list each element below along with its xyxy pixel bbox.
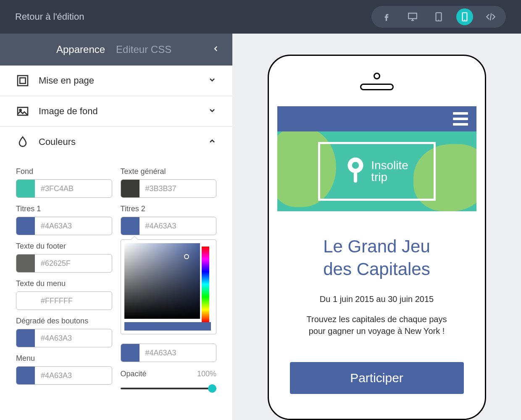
label-opacity: Opacité bbox=[121, 370, 147, 378]
hex-texte-menu: #FFFFFF bbox=[35, 292, 112, 310]
section-background[interactable]: Image de fond bbox=[0, 96, 232, 127]
color-input-titres2[interactable]: #4A63A3 bbox=[121, 217, 217, 235]
facebook-icon[interactable] bbox=[378, 8, 395, 25]
swatch-texte-footer bbox=[16, 255, 35, 272]
chevron-up-icon bbox=[208, 137, 216, 147]
section-layout-label: Mise en page bbox=[39, 75, 94, 86]
swatch-fond bbox=[16, 180, 35, 197]
saturation-value-area[interactable] bbox=[124, 243, 200, 319]
svg-point-3 bbox=[464, 20, 465, 21]
hex-titres1: #4A63A3 bbox=[35, 217, 112, 235]
chevron-down-icon bbox=[208, 106, 216, 116]
label-texte-general: Texte général bbox=[121, 167, 217, 176]
svg-rect-4 bbox=[18, 76, 28, 86]
preview-title-line1: Le Grand Jeu bbox=[290, 236, 464, 257]
chevron-down-icon bbox=[208, 76, 216, 86]
picker-cursor[interactable] bbox=[184, 254, 189, 259]
swatch-degrade-2 bbox=[121, 344, 139, 362]
color-picker[interactable] bbox=[121, 239, 217, 334]
collapse-sidebar-icon[interactable] bbox=[212, 45, 220, 54]
hex-titres2: #4A63A3 bbox=[139, 217, 216, 235]
section-colors-label: Couleurs bbox=[39, 136, 76, 147]
color-preview bbox=[124, 322, 211, 331]
svg-rect-10 bbox=[354, 172, 357, 183]
cta-button[interactable]: Participer bbox=[290, 362, 464, 394]
phone-camera bbox=[374, 73, 380, 79]
color-input-degrade-1[interactable]: #4A63A3 bbox=[16, 329, 112, 347]
hex-texte-footer: #62625F bbox=[35, 255, 112, 272]
color-input-texte-footer[interactable]: #62625F bbox=[16, 254, 112, 273]
hex-menu: #4A63A3 bbox=[35, 367, 112, 384]
label-texte-footer: Texte du footer bbox=[16, 242, 112, 251]
color-input-menu[interactable]: #4A63A3 bbox=[16, 366, 112, 385]
hex-fond: #3FC4AB bbox=[35, 180, 112, 197]
app-header bbox=[277, 106, 476, 131]
label-titres2: Titres 2 bbox=[121, 205, 217, 213]
hue-slider[interactable] bbox=[202, 247, 209, 322]
color-input-degrade-2[interactable]: #4A63A3 bbox=[121, 344, 217, 362]
preview-dates: Du 1 juin 2015 au 30 juin 2015 bbox=[290, 294, 464, 304]
preview-title-line2: des Capitales bbox=[290, 259, 464, 279]
desktop-icon[interactable] bbox=[404, 8, 421, 25]
hex-degrade-1: #4A63A3 bbox=[35, 329, 112, 347]
section-background-label: Image de fond bbox=[39, 106, 98, 117]
mobile-icon[interactable] bbox=[456, 8, 473, 25]
section-layout[interactable]: Mise en page bbox=[0, 66, 232, 96]
swatch-titres2 bbox=[121, 217, 139, 235]
svg-point-1 bbox=[438, 20, 439, 21]
swatch-degrade-1 bbox=[16, 329, 35, 347]
image-icon bbox=[16, 105, 29, 118]
logo-frame: Insolite trip bbox=[318, 142, 436, 201]
section-colors[interactable]: Couleurs bbox=[0, 127, 232, 157]
opacity-slider[interactable] bbox=[121, 384, 217, 393]
svg-rect-5 bbox=[20, 78, 25, 83]
phone-speaker bbox=[360, 84, 394, 90]
layout-icon bbox=[16, 74, 29, 87]
preview-desc-line2: pour gagner un voyage à New York ! bbox=[290, 325, 464, 337]
tablet-icon[interactable] bbox=[430, 8, 447, 25]
hex-texte-general: #3B3B37 bbox=[139, 180, 216, 197]
swatch-menu bbox=[16, 367, 35, 384]
swatch-titres1 bbox=[16, 217, 35, 235]
hex-degrade-2: #4A63A3 bbox=[139, 344, 216, 362]
device-toggle bbox=[371, 6, 506, 28]
label-texte-menu: Texte du menu bbox=[16, 279, 112, 288]
logo-line2: trip bbox=[371, 171, 408, 183]
code-icon[interactable] bbox=[482, 8, 499, 25]
pin-icon bbox=[345, 156, 366, 187]
preview-desc-line1: Trouvez les capitales de chaque pays bbox=[290, 313, 464, 325]
color-input-texte-general[interactable]: #3B3B37 bbox=[121, 179, 217, 198]
color-input-fond[interactable]: #3FC4AB bbox=[16, 179, 112, 198]
value-opacity: 100% bbox=[197, 370, 216, 378]
phone-frame: Insolite trip Le Grand Jeu des Capitales… bbox=[268, 55, 486, 420]
svg-point-9 bbox=[352, 162, 359, 168]
logo-line1: Insolite bbox=[371, 160, 408, 171]
tab-appearance[interactable]: Apparence bbox=[56, 44, 105, 55]
back-link[interactable]: Retour à l'édition bbox=[15, 11, 84, 22]
color-input-titres1[interactable]: #4A63A3 bbox=[16, 217, 112, 235]
label-degrade-boutons: Dégradé des boutons bbox=[16, 317, 112, 326]
slider-thumb[interactable] bbox=[208, 384, 216, 393]
color-input-texte-menu[interactable]: #FFFFFF bbox=[16, 291, 112, 310]
label-titres1: Titres 1 bbox=[16, 205, 112, 213]
swatch-texte-general bbox=[121, 180, 139, 197]
label-menu: Menu bbox=[16, 354, 112, 363]
label-fond: Fond bbox=[16, 167, 112, 176]
swatch-texte-menu bbox=[16, 292, 35, 310]
droplet-icon bbox=[16, 135, 29, 149]
tab-css-editor[interactable]: Editeur CSS bbox=[116, 44, 171, 55]
hamburger-icon[interactable] bbox=[453, 112, 468, 126]
hero-image: Insolite trip bbox=[277, 131, 476, 211]
